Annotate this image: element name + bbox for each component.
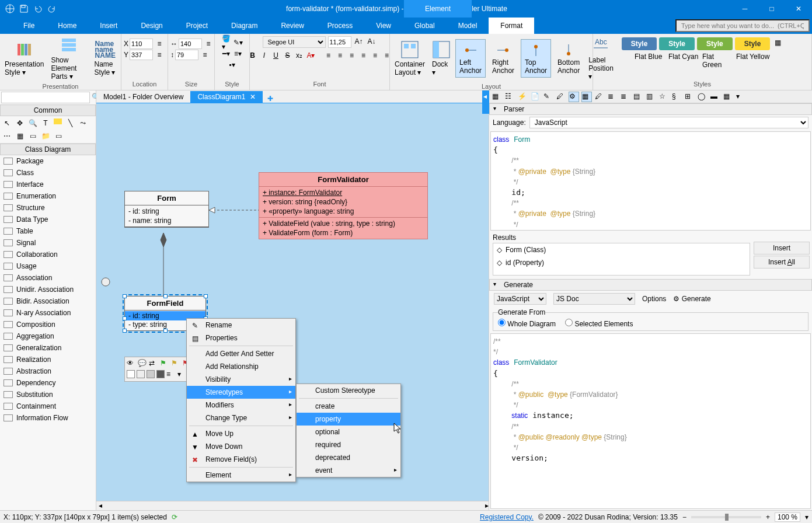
rp-btn-15[interactable]: ◯ — [697, 92, 708, 102]
help-search-input[interactable] — [675, 19, 810, 32]
container-layout-button[interactable]: Container Layout ▾ — [392, 39, 427, 78]
ft-visible-icon[interactable]: 👁 — [127, 359, 136, 368]
italic-button[interactable]: I — [259, 50, 270, 61]
align-left-button[interactable]: ≡ — [323, 50, 334, 61]
result-id[interactable]: ◇id (Property) — [493, 256, 750, 269]
dots-tool-icon[interactable]: ⋯ — [2, 131, 12, 141]
rp-btn-11[interactable]: ▥ — [646, 92, 656, 102]
radio-selected[interactable]: Selected Elements — [565, 319, 633, 328]
palette-substitution[interactable]: Substitution — [0, 389, 96, 400]
swatch-dark[interactable] — [156, 370, 165, 378]
ctx-stereotypes[interactable]: Stereotypes — [187, 386, 295, 399]
parser-language-select[interactable]: JavaScript — [529, 117, 808, 128]
collapse-handle[interactable]: ◂ — [482, 90, 489, 114]
ctx-add-relationship[interactable]: Add Relationship — [187, 360, 295, 373]
palette-class[interactable]: Class — [0, 167, 96, 179]
menu-insert[interactable]: Insert — [88, 18, 129, 34]
align-mid-button[interactable]: ≡ — [370, 50, 381, 61]
rp-btn-7[interactable]: ▦ — [581, 92, 592, 102]
maximize-button[interactable]: □ — [758, 0, 785, 18]
zoom-tool-icon[interactable]: 🔍 — [28, 118, 37, 128]
rp-btn-16[interactable]: ▬ — [710, 92, 720, 102]
sub-create[interactable]: create — [297, 400, 400, 413]
zoom-dropdown[interactable]: ▾ — [805, 513, 808, 521]
shadow-button[interactable]: ▪▾ — [227, 60, 238, 70]
uml-class-form[interactable]: Form - id: string - name: string — [124, 191, 209, 228]
palette-abstraction[interactable]: Abstraction — [0, 365, 96, 377]
left-anchor-button[interactable]: Left Anchor — [455, 39, 486, 78]
insert-all-button[interactable]: Insert All — [754, 256, 810, 269]
generate-code-area[interactable]: /** */ class FormValidator { /** * @publ… — [490, 333, 811, 509]
palette-collaboration[interactable]: Collaboration — [0, 249, 96, 260]
style-pill-1[interactable]: Style — [622, 37, 657, 50]
show-element-parts-button[interactable]: Show Element Parts ▾ — [48, 35, 89, 82]
line-color-button[interactable]: ✎▾ — [233, 37, 243, 48]
swatch-grey[interactable] — [137, 370, 145, 378]
font-name-select[interactable]: Segoe UI — [263, 36, 326, 48]
tab-close-icon[interactable]: ✕ — [250, 93, 256, 101]
palette-data-type[interactable]: Data Type — [0, 214, 96, 225]
palette-table[interactable]: Table — [0, 225, 96, 237]
style-pill-4[interactable]: Style — [735, 37, 771, 50]
insert-button[interactable]: Insert — [754, 242, 810, 254]
menu-project[interactable]: Project — [175, 18, 219, 34]
font-overline-button[interactable]: x₂ — [294, 50, 305, 61]
uml-class-formvalidator[interactable]: FormValidator + instance: FormValidator … — [259, 172, 428, 239]
zoom-out-icon[interactable]: − — [682, 513, 686, 521]
swatch-grey2[interactable] — [147, 370, 155, 378]
menu-home[interactable]: Home — [46, 18, 88, 34]
tab-folder-overview[interactable]: Model1 - Folder Overview — [96, 91, 190, 103]
redo-icon[interactable] — [47, 4, 57, 14]
bold-button[interactable]: B — [248, 50, 258, 61]
gen-options-link[interactable]: Options — [642, 295, 666, 303]
rp-btn-3[interactable]: ⚡ — [517, 92, 528, 102]
grid-tool-icon[interactable]: ▦ — [15, 131, 25, 141]
save-icon[interactable] — [19, 4, 29, 14]
arrow-tool-icon[interactable]: ↖ — [2, 118, 12, 128]
sync-icon[interactable]: ⟳ — [172, 513, 177, 521]
palette-realization[interactable]: Realization — [0, 354, 96, 365]
parser-code-area[interactable]: class Form { /** * @private @type {Strin… — [490, 131, 811, 231]
more-tool-icon[interactable]: ▭ — [54, 131, 63, 141]
ft-flag-green-icon[interactable]: ⚑ — [160, 359, 169, 368]
ctx-rename[interactable]: ✎Rename — [187, 319, 295, 332]
font-color-button[interactable]: A▾ — [306, 50, 316, 61]
palette-composition[interactable]: Composition — [0, 319, 96, 330]
palette-structure[interactable]: Structure — [0, 202, 96, 214]
palette-dependency[interactable]: Dependency — [0, 377, 96, 389]
x-input[interactable] — [130, 39, 153, 49]
toolbox-search-input[interactable] — [1, 92, 90, 103]
menu-global[interactable]: Global — [403, 18, 447, 34]
palette-containment[interactable]: Containment — [0, 400, 96, 412]
ctx-change-type[interactable]: Change Type — [187, 412, 295, 424]
menu-review[interactable]: Review — [269, 18, 315, 34]
radio-whole[interactable]: Whole Diagram — [498, 319, 556, 328]
rp-btn-8[interactable]: ≣ — [607, 92, 618, 102]
h-input[interactable] — [175, 50, 198, 60]
text-tool-icon[interactable]: T — [41, 118, 50, 128]
y-input[interactable] — [130, 50, 153, 60]
registered-link[interactable]: Registered Copy. — [480, 513, 534, 521]
y-stepper[interactable]: ≡ — [154, 50, 165, 60]
ft-flag-yellow-icon[interactable]: ⚑ — [171, 359, 180, 368]
ctx-visibility[interactable]: Visibility — [187, 373, 295, 386]
palette-information-flow[interactable]: Information Flow — [0, 412, 96, 424]
sub-custom[interactable]: Custom Stereotype — [297, 384, 400, 397]
rp-btn-4[interactable]: 📄 — [530, 92, 541, 102]
menu-design[interactable]: Design — [129, 18, 174, 34]
font-size-input[interactable] — [328, 36, 351, 48]
shrink-font-button[interactable]: A↓ — [367, 36, 377, 47]
w-input[interactable] — [179, 39, 202, 49]
ctx-move-up[interactable]: ▲Move Up — [187, 427, 295, 440]
palette-usage[interactable]: Usage — [0, 260, 96, 272]
align-right-button[interactable]: ≡ — [347, 50, 357, 61]
generate-header[interactable]: Generate — [489, 279, 812, 291]
align-top-button[interactable]: ≡ — [358, 50, 369, 61]
rp-btn-10[interactable]: ▤ — [633, 92, 643, 102]
rp-btn-13[interactable]: § — [671, 92, 682, 102]
class-diagram-header[interactable]: Class Diagram — [0, 144, 96, 155]
sub-deprecated[interactable]: deprecated — [297, 451, 400, 464]
sub-property[interactable]: property — [297, 413, 400, 426]
connector-tool-icon[interactable]: ⤳ — [78, 118, 88, 128]
style-pill-2[interactable]: Style — [659, 37, 695, 50]
